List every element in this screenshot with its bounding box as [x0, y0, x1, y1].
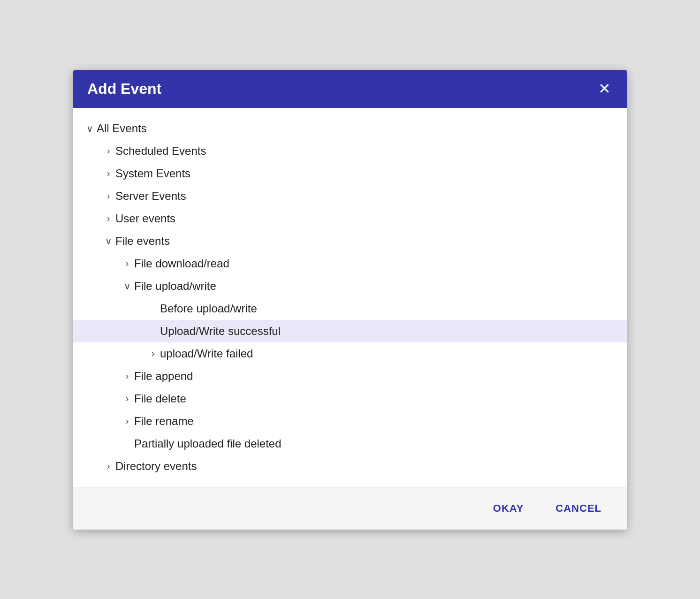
tree-item-file-download-read[interactable]: ›File download/read	[73, 252, 627, 275]
tree-container[interactable]: ∨All Events›Scheduled Events›System Even…	[73, 108, 627, 487]
tree-item-label-partially-uploaded: Partially uploaded file deleted	[134, 437, 617, 450]
tree-item-upload-write-failed[interactable]: ›upload/Write failed	[73, 342, 627, 365]
chevron-icon-scheduled-events: ›	[101, 145, 115, 156]
tree-item-system-events[interactable]: ›System Events	[73, 162, 627, 185]
tree-item-label-server-events: Server Events	[115, 190, 617, 203]
chevron-icon-upload-write-failed: ›	[146, 348, 160, 359]
dialog-body: ∨All Events›Scheduled Events›System Even…	[73, 108, 627, 487]
tree-item-label-file-download-read: File download/read	[134, 257, 617, 270]
tree-item-directory-events[interactable]: ›Directory events	[73, 455, 627, 478]
dialog-title: Add Event	[87, 80, 161, 98]
tree-item-label-file-rename: File rename	[134, 415, 617, 428]
tree-item-before-upload-write[interactable]: Before upload/write	[73, 297, 627, 320]
dialog-header: Add Event ✕	[73, 70, 627, 108]
chevron-icon-file-download-read: ›	[120, 258, 134, 269]
tree-item-label-upload-write-failed: upload/Write failed	[160, 347, 617, 360]
tree-item-label-file-events: File events	[115, 235, 617, 248]
tree-item-label-before-upload-write: Before upload/write	[160, 302, 617, 315]
tree-item-label-all-events: All Events	[97, 122, 617, 135]
tree-item-file-delete[interactable]: ›File delete	[73, 387, 627, 410]
tree-item-label-directory-events: Directory events	[115, 460, 617, 473]
chevron-icon-file-rename: ›	[120, 416, 134, 426]
chevron-icon-system-events: ›	[101, 168, 115, 179]
tree-item-server-events[interactable]: ›Server Events	[73, 185, 627, 207]
tree-item-label-scheduled-events: Scheduled Events	[115, 144, 617, 158]
chevron-icon-file-delete: ›	[120, 393, 134, 404]
tree-item-scheduled-events[interactable]: ›Scheduled Events	[73, 140, 627, 162]
add-event-dialog: Add Event ✕ ∨All Events›Scheduled Events…	[73, 70, 627, 530]
tree-item-user-events[interactable]: ›User events	[73, 207, 627, 230]
tree-item-label-user-events: User events	[115, 212, 617, 225]
tree-item-file-rename[interactable]: ›File rename	[73, 410, 627, 432]
dialog-footer: OKAY CANCEL	[73, 487, 627, 530]
okay-button[interactable]: OKAY	[482, 497, 535, 520]
tree-item-label-file-delete: File delete	[134, 392, 617, 405]
chevron-icon-file-events: ∨	[101, 235, 115, 247]
chevron-icon-directory-events: ›	[101, 461, 115, 471]
chevron-icon-file-append: ›	[120, 371, 134, 381]
tree-item-upload-write-successful[interactable]: Upload/Write successful	[73, 320, 627, 342]
tree-item-label-system-events: System Events	[115, 167, 617, 180]
chevron-icon-user-events: ›	[101, 213, 115, 224]
close-button[interactable]: ✕	[596, 81, 613, 96]
tree-item-partially-uploaded[interactable]: Partially uploaded file deleted	[73, 432, 627, 455]
tree-item-file-events[interactable]: ∨File events	[73, 230, 627, 252]
tree-item-file-upload-write[interactable]: ∨File upload/write	[73, 275, 627, 297]
chevron-icon-server-events: ›	[101, 190, 115, 201]
tree-item-file-append[interactable]: ›File append	[73, 365, 627, 387]
chevron-icon-all-events: ∨	[83, 123, 97, 134]
tree-item-all-events[interactable]: ∨All Events	[73, 117, 627, 140]
cancel-button[interactable]: CANCEL	[544, 497, 613, 520]
tree-item-label-file-append: File append	[134, 370, 617, 383]
chevron-icon-file-upload-write: ∨	[120, 281, 134, 292]
tree-item-label-file-upload-write: File upload/write	[134, 280, 617, 293]
tree-item-label-upload-write-successful: Upload/Write successful	[160, 325, 617, 338]
